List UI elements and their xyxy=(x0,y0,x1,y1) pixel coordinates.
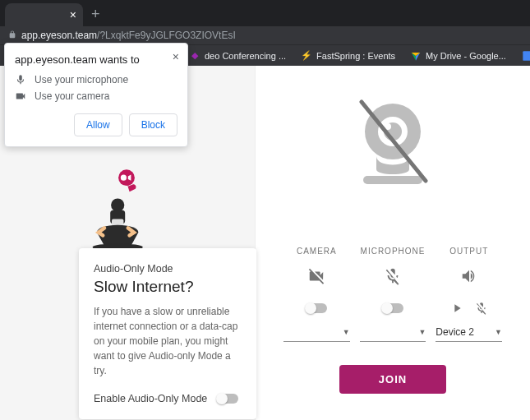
toggle-label: Enable Audio-Only Mode xyxy=(94,393,207,404)
audio-only-card: Audio-Only Mode Slow Internet? If you ha… xyxy=(79,248,256,419)
output-header: OUTPUT xyxy=(431,247,507,256)
card-body: If you have a slow or unreliable interne… xyxy=(94,304,242,378)
microphone-toggle[interactable] xyxy=(382,303,403,313)
mic-off-small-icon[interactable] xyxy=(475,302,488,315)
person-illustration xyxy=(82,164,156,253)
camera-select[interactable]: ▼ xyxy=(283,323,350,342)
browser-tab[interactable]: × xyxy=(5,3,83,26)
play-icon[interactable] xyxy=(450,302,463,315)
bookmark-icon xyxy=(521,50,530,62)
speaker-icon xyxy=(460,267,478,285)
webcam-disabled-illustration xyxy=(256,90,530,197)
browser-tab-bar: × + xyxy=(0,0,530,26)
close-icon[interactable]: × xyxy=(173,50,179,63)
chevron-down-icon: ▼ xyxy=(343,328,350,336)
bookmark-icon: ⚡ xyxy=(301,50,312,62)
camera-toggle[interactable] xyxy=(306,303,327,313)
device-panel: CAMERA MICROPHONE OUTPUT ▼ ▼ Device 2▼ J… xyxy=(255,66,530,420)
permission-prompt: × app.eyeson.team wants to Use your micr… xyxy=(4,43,188,147)
mic-off-icon xyxy=(384,267,402,285)
url-path: /?LxqktFe9yJGLFGO3ZIOVtEsI xyxy=(97,30,236,41)
block-button[interactable]: Block xyxy=(129,113,177,136)
permission-cam-row: Use your camera xyxy=(15,90,177,102)
bookmark-icon xyxy=(410,50,422,62)
permission-mic-row: Use your microphone xyxy=(15,74,177,85)
svg-rect-10 xyxy=(363,176,422,184)
camera-icon xyxy=(15,90,26,102)
card-label: Audio-Only Mode xyxy=(94,263,242,275)
microphone-select[interactable]: ▼ xyxy=(360,323,426,342)
join-button[interactable]: JOIN xyxy=(339,365,446,394)
chevron-down-icon: ▼ xyxy=(418,328,426,336)
audio-only-toggle[interactable] xyxy=(217,394,238,404)
microphone-header: MICROPHONE xyxy=(355,247,431,256)
bookmark-item[interactable]: My Drive - Google... xyxy=(410,50,506,62)
lock-icon xyxy=(8,30,16,40)
new-tab-button[interactable]: + xyxy=(83,6,108,26)
bookmark-item[interactable]: ◆deo Conferencing ... xyxy=(189,50,286,62)
svg-rect-0 xyxy=(523,51,530,61)
microphone-icon xyxy=(15,74,26,85)
camera-header: CAMERA xyxy=(279,247,355,256)
camera-off-icon xyxy=(307,267,325,285)
output-select[interactable]: Device 2▼ xyxy=(436,323,502,342)
chevron-down-icon: ▼ xyxy=(495,328,502,336)
permission-title: app.eyeson.team wants to xyxy=(15,53,177,66)
url-bar[interactable]: app.eyeson.team/?LxqktFe9yJGLFGO3ZIOVtEs… xyxy=(0,26,530,44)
svg-point-2 xyxy=(111,198,124,211)
card-title: Slow Internet? xyxy=(94,278,242,296)
bookmark-item[interactable]: ⚡FastSpring : Events xyxy=(301,50,395,62)
allow-button[interactable]: Allow xyxy=(74,113,122,136)
close-tab-icon[interactable]: × xyxy=(70,8,76,21)
bookmark-item[interactable]: Technical & API qu... xyxy=(521,50,530,62)
bookmark-icon: ◆ xyxy=(189,50,200,62)
url-host: app.eyeson.team xyxy=(21,30,97,41)
